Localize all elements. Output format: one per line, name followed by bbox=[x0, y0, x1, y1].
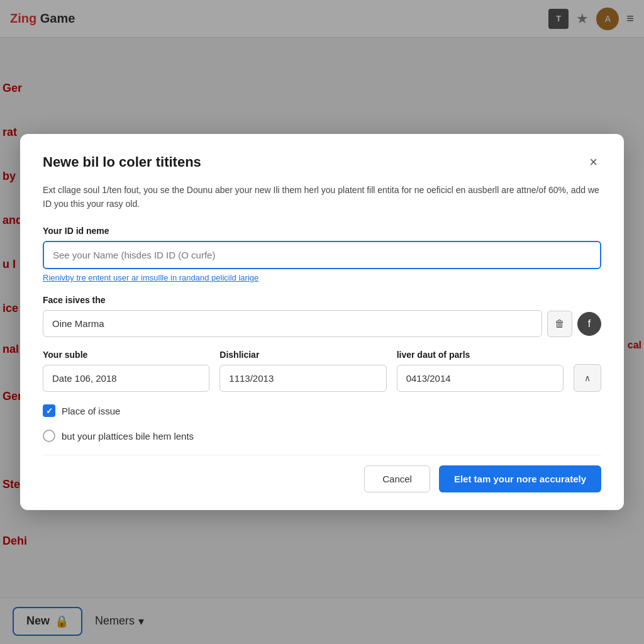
id-name-group: Your ID id neme Rienivby tre entent user… bbox=[43, 226, 601, 282]
modal-description: Ext cllage soul 1/ten fout, you se the D… bbox=[43, 183, 601, 211]
arrow-col: ∧ bbox=[574, 364, 601, 392]
radio-option-label: but your plattices bile hem lents bbox=[62, 431, 194, 441]
modal-header: Newe bil lo coler tititens × bbox=[43, 154, 601, 170]
facebook-icon-button[interactable]: f bbox=[577, 312, 601, 336]
liver-date-col: liver daut of parls bbox=[397, 350, 564, 392]
date-input[interactable] bbox=[43, 365, 209, 392]
radio-button[interactable] bbox=[43, 430, 55, 442]
facebook-icon: f bbox=[588, 318, 591, 330]
cancel-button[interactable]: Cancel bbox=[364, 465, 430, 492]
date-label: Your suble bbox=[43, 350, 209, 360]
face-input[interactable] bbox=[43, 310, 542, 337]
date-col: Your suble bbox=[43, 350, 209, 392]
place-of-issue-checkbox[interactable]: ✓ bbox=[43, 404, 55, 417]
dishliciar-col: Dishliciar bbox=[219, 350, 386, 392]
face-label: Face isives the bbox=[43, 295, 601, 305]
chevron-up-icon: ∧ bbox=[584, 373, 591, 383]
id-hint: Rienivby tre entent user ar imsullle in … bbox=[43, 273, 601, 282]
id-name-label: Your ID id neme bbox=[43, 226, 601, 236]
id-name-input[interactable] bbox=[43, 241, 601, 269]
trash-icon: 🗑 bbox=[555, 318, 565, 330]
liver-date-input[interactable] bbox=[397, 365, 564, 392]
place-of-issue-label: Place of issue bbox=[62, 406, 120, 416]
place-of-issue-group: ✓ Place of issue bbox=[43, 404, 601, 417]
modal-title: Newe bil lo coler tititens bbox=[43, 154, 201, 170]
radio-option-group: but your plattices bile hem lents bbox=[43, 430, 601, 442]
dishliciar-label: Dishliciar bbox=[219, 350, 386, 360]
chevron-up-button[interactable]: ∧ bbox=[574, 364, 601, 392]
radio-option-row: but your plattices bile hem lents bbox=[43, 430, 601, 442]
check-icon: ✓ bbox=[46, 406, 53, 416]
face-group: Face isives the 🗑 f bbox=[43, 295, 601, 337]
id-hint-text: Rienivby tre entent user ar imsullle in … bbox=[43, 273, 258, 282]
trash-icon-button[interactable]: 🗑 bbox=[547, 311, 572, 337]
place-of-issue-row: ✓ Place of issue bbox=[43, 404, 601, 417]
liver-date-label: liver daut of parls bbox=[397, 350, 564, 360]
modal-dialog: Newe bil lo coler tititens × Ext cllage … bbox=[20, 134, 624, 511]
modal-footer: Cancel Elet tam your nore accurately bbox=[43, 455, 601, 492]
dishliciar-input[interactable] bbox=[219, 365, 386, 392]
close-button[interactable]: × bbox=[586, 154, 601, 170]
date-row: Your suble Dishliciar liver daut of parl… bbox=[43, 350, 601, 392]
modal-overlay: Newe bil lo coler tititens × Ext cllage … bbox=[0, 0, 644, 644]
face-input-row: 🗑 f bbox=[43, 310, 601, 337]
confirm-button[interactable]: Elet tam your nore accurately bbox=[439, 465, 601, 492]
